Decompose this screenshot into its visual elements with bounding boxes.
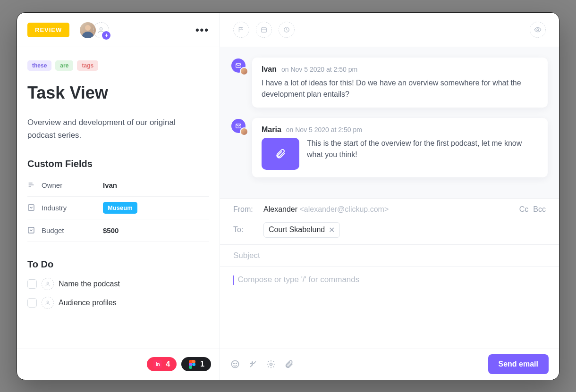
- task-description[interactable]: Overview and development of our original…: [27, 116, 178, 142]
- time-icon[interactable]: [279, 22, 295, 38]
- dropdown-field-icon: [27, 204, 38, 211]
- svg-point-20: [236, 363, 237, 364]
- svg-point-2: [100, 27, 102, 30]
- email-comment: Maria on Nov 5 2020 at 2:50 pm This is t…: [231, 118, 548, 177]
- email-comment: Ivan on Nov 5 2020 at 2:50 pm I have a l…: [231, 58, 548, 108]
- comment-text: This is the start of the overview for th…: [307, 139, 522, 158]
- comment-thread: Ivan on Nov 5 2020 at 2:50 pm I have a l…: [220, 47, 559, 198]
- svg-rect-10: [262, 27, 267, 32]
- tag[interactable]: these: [27, 60, 51, 71]
- to-label: To:: [233, 225, 263, 234]
- svg-point-18: [232, 361, 239, 368]
- svg-point-1: [82, 32, 93, 38]
- svg-rect-6: [28, 205, 34, 210]
- svg-point-21: [270, 363, 272, 366]
- subject-row: [220, 245, 559, 267]
- custom-field-label: Budget: [42, 226, 103, 234]
- compose-footer: Send email: [220, 349, 559, 380]
- custom-field-label: Owner: [42, 181, 103, 189]
- todo-heading: To Do: [27, 259, 209, 270]
- svg-point-15: [537, 29, 539, 31]
- custom-field-pill-value: Museum: [103, 202, 137, 214]
- task-modal: REVIEW ••• these are tags Task View Over…: [17, 12, 559, 380]
- figma-icon: [188, 360, 196, 368]
- svg-point-8: [47, 282, 49, 284]
- comment-body: I have a lot of ideas for this! Do we ha…: [262, 77, 538, 100]
- mini-avatar: [240, 127, 248, 136]
- custom-field-row[interactable]: Owner Ivan: [27, 174, 209, 197]
- email-icon: [231, 58, 246, 73]
- svg-point-0: [85, 25, 91, 31]
- status-badge[interactable]: REVIEW: [27, 23, 69, 37]
- svg-point-9: [47, 301, 49, 303]
- assignee-placeholder-icon[interactable]: [42, 297, 54, 309]
- from-label: From:: [233, 205, 263, 214]
- comment-timestamp: on Nov 5 2020 at 2:50 pm: [281, 66, 357, 73]
- invision-icon: [153, 360, 162, 368]
- comment-body: This is the start of the overview for th…: [262, 138, 538, 170]
- invision-attachments-pill[interactable]: 4: [147, 357, 177, 371]
- body-input[interactable]: [237, 275, 545, 284]
- text-field-icon: [27, 181, 38, 189]
- attachment-icon[interactable]: [284, 359, 294, 369]
- comment-card[interactable]: Ivan on Nov 5 2020 at 2:50 pm I have a l…: [252, 58, 548, 108]
- tag[interactable]: are: [55, 60, 73, 71]
- recipient-chip[interactable]: Court Skabelund ✕: [263, 222, 340, 238]
- custom-fields-heading: Custom Fields: [27, 158, 209, 169]
- todo-text: Audience profiles: [59, 299, 117, 307]
- email-composer: From: Alexander <alexander@clickup.com> …: [220, 198, 559, 380]
- custom-field-row[interactable]: Industry Museum: [27, 197, 209, 219]
- comment-timestamp: on Nov 5 2020 at 2:50 pm: [286, 126, 362, 133]
- task-title[interactable]: Task View: [27, 83, 209, 103]
- activity-pane: Ivan on Nov 5 2020 at 2:50 pm I have a l…: [220, 13, 559, 380]
- todo-item[interactable]: Name the podcast: [27, 275, 209, 293]
- svg-rect-7: [28, 227, 34, 233]
- subject-input[interactable]: [233, 251, 546, 260]
- assignee-stack: [80, 22, 109, 38]
- left-footer: 4 1: [17, 349, 220, 380]
- comment-author: Ivan: [262, 65, 277, 74]
- custom-field-value: Ivan: [103, 181, 117, 189]
- settings-icon[interactable]: [266, 359, 276, 369]
- to-row: To: Court Skabelund ✕: [220, 220, 559, 245]
- from-name: Alexander: [263, 205, 297, 214]
- text-cursor: [233, 275, 234, 285]
- ai-assist-icon[interactable]: [248, 359, 258, 369]
- more-options-button[interactable]: •••: [195, 24, 209, 36]
- remove-recipient-icon[interactable]: ✕: [329, 225, 335, 234]
- attachment-thumbnail[interactable]: [262, 138, 299, 170]
- comment-author: Maria: [262, 125, 281, 134]
- checkbox[interactable]: [27, 298, 37, 308]
- from-email: <alexander@clickup.com>: [300, 205, 389, 214]
- calendar-icon[interactable]: [256, 22, 272, 38]
- figma-attachments-pill[interactable]: 1: [181, 357, 211, 371]
- left-body: these are tags Task View Overview and de…: [17, 47, 220, 349]
- compose-body[interactable]: [220, 267, 559, 349]
- task-details-pane: REVIEW ••• these are tags Task View Over…: [17, 13, 220, 380]
- comment-card[interactable]: Maria on Nov 5 2020 at 2:50 pm This is t…: [252, 118, 548, 177]
- from-row: From: Alexander <alexander@clickup.com> …: [220, 199, 559, 220]
- add-assignee-button[interactable]: [93, 22, 109, 38]
- assignee-placeholder-icon[interactable]: [42, 278, 54, 290]
- attachment-count: 1: [200, 360, 204, 368]
- watchers-icon[interactable]: [530, 22, 546, 38]
- checkbox[interactable]: [27, 279, 37, 289]
- recipient-name: Court Skabelund: [269, 225, 325, 234]
- custom-field-value: $500: [103, 226, 119, 234]
- send-email-button[interactable]: Send email: [488, 354, 549, 374]
- dropdown-field-icon: [27, 226, 38, 234]
- left-header: REVIEW •••: [17, 13, 220, 47]
- email-icon: [231, 119, 246, 133]
- todo-text: Name the podcast: [59, 280, 120, 288]
- tag[interactable]: tags: [77, 60, 98, 71]
- todo-item[interactable]: Audience profiles: [27, 293, 209, 312]
- svg-point-19: [234, 363, 235, 364]
- custom-field-label: Industry: [42, 204, 103, 212]
- custom-field-row[interactable]: Budget $500: [27, 219, 209, 242]
- cc-button[interactable]: Cc: [519, 205, 529, 214]
- attachment-count: 4: [166, 360, 170, 368]
- bcc-button[interactable]: Bcc: [533, 205, 546, 214]
- flag-icon[interactable]: [233, 22, 249, 38]
- mini-avatar: [240, 67, 248, 75]
- emoji-icon[interactable]: [230, 359, 240, 369]
